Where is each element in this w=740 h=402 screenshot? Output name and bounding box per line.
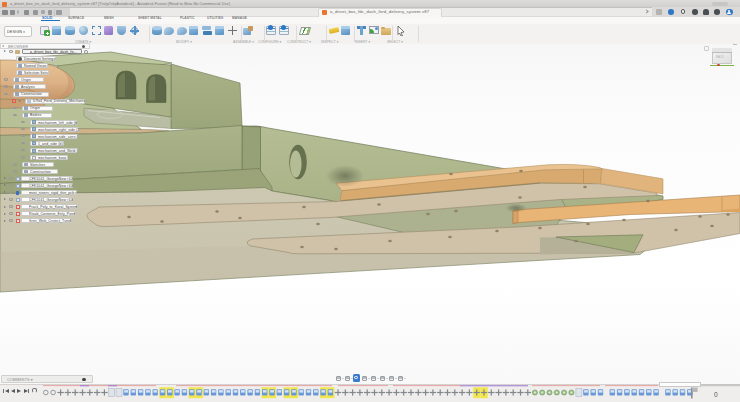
- svg-text:0: 0: [714, 391, 718, 398]
